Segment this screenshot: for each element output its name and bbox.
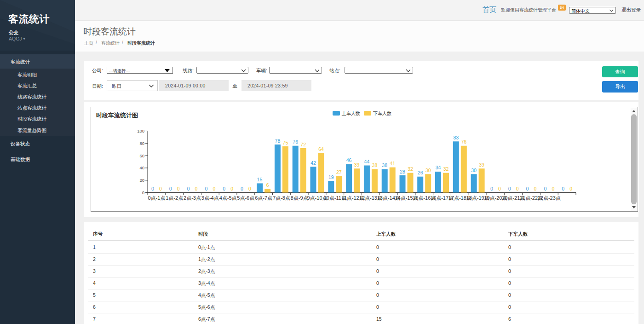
svg-text:27: 27 xyxy=(336,169,342,175)
svg-text:32: 32 xyxy=(443,166,449,172)
svg-text:28: 28 xyxy=(400,169,405,174)
svg-text:8点-9点: 8点-9点 xyxy=(291,195,308,201)
svg-text:2点-3点: 2点-3点 xyxy=(184,195,201,201)
svg-text:72: 72 xyxy=(300,142,306,147)
svg-text:0: 0 xyxy=(534,186,537,191)
svg-text:0: 0 xyxy=(544,186,546,191)
svg-text:100: 100 xyxy=(137,128,144,133)
svg-text:39: 39 xyxy=(479,162,484,168)
svg-text:40: 40 xyxy=(139,165,144,170)
svg-text:0: 0 xyxy=(498,186,501,191)
svg-text:0: 0 xyxy=(169,186,172,191)
svg-text:34: 34 xyxy=(436,165,441,170)
svg-text:0点-1点: 0点-1点 xyxy=(148,195,165,201)
svg-text:1点-2点: 1点-2点 xyxy=(166,195,183,201)
svg-text:20: 20 xyxy=(139,178,144,183)
svg-text:0: 0 xyxy=(562,186,564,191)
svg-text:76: 76 xyxy=(293,139,298,145)
svg-text:42: 42 xyxy=(310,160,316,166)
svg-text:0: 0 xyxy=(248,186,251,191)
svg-text:0: 0 xyxy=(552,186,554,191)
svg-text:6: 6 xyxy=(266,182,269,188)
svg-text:83: 83 xyxy=(453,135,459,140)
svg-text:0: 0 xyxy=(516,186,519,191)
svg-text:0: 0 xyxy=(187,186,190,191)
svg-text:0: 0 xyxy=(508,186,511,191)
svg-text:75: 75 xyxy=(283,140,288,145)
svg-text:0: 0 xyxy=(223,186,225,191)
svg-text:时段车流统计图: 时段车流统计图 xyxy=(96,112,138,119)
svg-text:19: 19 xyxy=(328,174,334,180)
svg-text:78: 78 xyxy=(275,138,281,144)
svg-text:46: 46 xyxy=(346,157,352,163)
svg-text:30: 30 xyxy=(471,168,477,173)
svg-text:0: 0 xyxy=(490,186,493,191)
svg-text:64: 64 xyxy=(318,146,324,152)
svg-text:0: 0 xyxy=(205,186,207,191)
svg-text:30: 30 xyxy=(426,168,431,173)
svg-text:0: 0 xyxy=(569,186,572,191)
svg-text:32: 32 xyxy=(408,166,413,172)
svg-text:0: 0 xyxy=(151,186,154,191)
svg-text:39: 39 xyxy=(354,162,360,168)
svg-text:60: 60 xyxy=(139,153,144,158)
svg-text:3点-4点: 3点-4点 xyxy=(201,195,219,201)
svg-text:76: 76 xyxy=(461,139,466,145)
svg-text:下车人数: 下车人数 xyxy=(373,111,391,116)
svg-text:0: 0 xyxy=(230,186,233,191)
svg-text:5点-6点: 5点-6点 xyxy=(237,195,254,201)
svg-text:上车人数: 上车人数 xyxy=(341,111,360,116)
svg-text:4点-5点: 4点-5点 xyxy=(219,195,237,201)
svg-text:0: 0 xyxy=(526,186,529,191)
svg-text:0: 0 xyxy=(195,186,198,191)
svg-text:0: 0 xyxy=(213,186,215,191)
svg-text:38: 38 xyxy=(372,162,378,168)
svg-text:26: 26 xyxy=(418,170,423,175)
svg-text:0: 0 xyxy=(177,186,180,191)
svg-text:44: 44 xyxy=(364,159,370,164)
svg-text:38: 38 xyxy=(382,162,387,168)
svg-text:15: 15 xyxy=(257,177,263,182)
svg-text:0: 0 xyxy=(142,190,144,195)
svg-text:0: 0 xyxy=(241,186,243,191)
svg-text:6点-7点: 6点-7点 xyxy=(255,195,272,201)
svg-text:0: 0 xyxy=(159,186,162,191)
svg-text:41: 41 xyxy=(390,161,395,166)
svg-text:7点-8点: 7点-8点 xyxy=(273,195,290,201)
svg-text:22点-23点: 22点-23点 xyxy=(538,195,561,201)
svg-text:80: 80 xyxy=(139,141,144,146)
